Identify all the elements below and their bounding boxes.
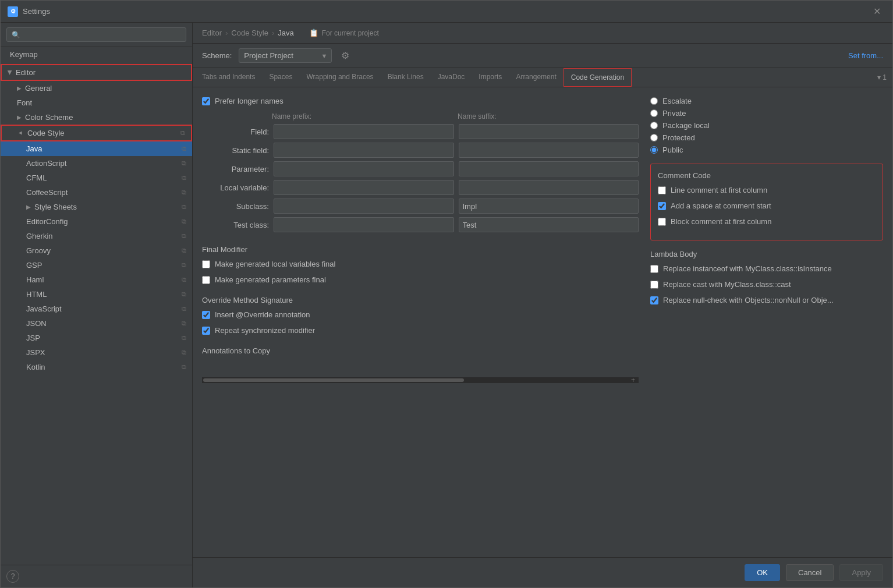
tab-imports[interactable]: Imports: [472, 68, 509, 87]
subclass-suffix-input[interactable]: [459, 199, 639, 214]
copy-icon-jsp: ⧉: [182, 334, 186, 342]
sidebar-item-general[interactable]: ▶ General: [1, 81, 192, 95]
sidebar-item-cfml[interactable]: CFML ⧉: [1, 171, 192, 185]
sidebar-item-java[interactable]: Java ⧉: [1, 141, 192, 156]
block-first-col-checkbox[interactable]: [658, 218, 666, 226]
actionscript-label: ActionScript: [26, 159, 178, 168]
cancel-button[interactable]: Cancel: [786, 564, 834, 581]
sidebar-item-code-style[interactable]: ▼ Code Style ⧉: [1, 125, 192, 141]
help-button[interactable]: ?: [6, 570, 19, 583]
tab-wrapping-braces[interactable]: Wrapping and Braces: [299, 68, 380, 87]
repeat-synchronized-label: Repeat synchronized modifier: [215, 326, 315, 335]
general-label: General: [25, 84, 186, 93]
field-label: Field:: [202, 127, 269, 136]
block-first-col-row: Block comment at first column: [658, 217, 876, 226]
apply-button[interactable]: Apply: [839, 564, 883, 581]
tab-code-generation[interactable]: Code Generation: [564, 68, 632, 87]
close-button[interactable]: ✕: [869, 3, 885, 19]
naming-row-field: Field:: [202, 124, 639, 139]
comment-code-title: Comment Code: [658, 171, 876, 180]
sidebar-item-haml[interactable]: Haml ⧉: [1, 272, 192, 287]
tab-tabs-indents[interactable]: Tabs and Indents: [195, 68, 262, 87]
sidebar-item-jsp[interactable]: JSP ⧉: [1, 331, 192, 345]
sidebar-item-kotlin[interactable]: Kotlin ⧉: [1, 360, 192, 374]
tab-blank-lines[interactable]: Blank Lines: [381, 68, 431, 87]
sidebar-item-javascript[interactable]: JavaScript ⧉: [1, 302, 192, 316]
sidebar-item-gherkin[interactable]: Gherkin ⧉: [1, 229, 192, 243]
sidebar-item-json[interactable]: JSON ⧉: [1, 316, 192, 331]
naming-headers: Name prefix: Name suffix:: [202, 112, 639, 121]
package-local-label: Package local: [662, 121, 710, 130]
override-method-title: Override Method Signature: [202, 296, 639, 304]
copy-icon-actionscript: ⧉: [182, 160, 186, 167]
field-prefix-input[interactable]: [274, 124, 454, 139]
scrollbar-plus[interactable]: +: [629, 376, 637, 384]
window-title: Settings: [23, 7, 869, 16]
escalate-label: Escalate: [662, 97, 692, 105]
sidebar-item-color-scheme[interactable]: ▶ Color Scheme: [1, 110, 192, 125]
sidebar-item-editorconfig[interactable]: EditorConfig ⧉: [1, 214, 192, 229]
repeat-synchronized-checkbox[interactable]: [202, 327, 210, 335]
package-local-radio[interactable]: [650, 122, 658, 129]
insert-override-row: Insert @Override annotation: [202, 310, 639, 319]
test-class-prefix-input[interactable]: [274, 217, 454, 232]
scheme-select[interactable]: Project Project Default: [239, 48, 332, 63]
make-params-final-checkbox[interactable]: [202, 276, 210, 284]
space-comment-row: Add a space at comment start: [658, 201, 876, 210]
ok-button[interactable]: OK: [745, 564, 780, 581]
sidebar-item-jspx[interactable]: JSPX ⧉: [1, 345, 192, 360]
local-variable-prefix-input[interactable]: [274, 180, 454, 195]
replace-null-check-checkbox[interactable]: [650, 296, 658, 304]
final-modifier-title: Final Modifier: [202, 245, 639, 254]
parameter-suffix-input[interactable]: [459, 161, 639, 176]
subclass-prefix-input[interactable]: [274, 199, 454, 214]
static-field-prefix-input[interactable]: [274, 143, 454, 158]
prefer-longer-names-checkbox[interactable]: [202, 97, 210, 105]
sidebar-bottom: ?: [1, 565, 192, 587]
tab-spaces[interactable]: Spaces: [262, 68, 299, 87]
sidebar-item-keymap[interactable]: Keymap: [1, 47, 192, 62]
style-sheets-label: Style Sheets: [34, 203, 178, 211]
arrow-code-style: ▼: [17, 130, 24, 136]
jsp-label: JSP: [26, 334, 178, 342]
sidebar-tree: ▶ Editor ▶ General Font ▶ Color Scheme: [1, 62, 192, 565]
parameter-prefix-input[interactable]: [274, 161, 454, 176]
escalate-radio[interactable]: [650, 97, 658, 105]
sidebar-item-actionscript[interactable]: ActionScript ⧉: [1, 156, 192, 171]
private-radio[interactable]: [650, 109, 658, 117]
test-class-suffix-input[interactable]: [459, 217, 639, 232]
scheme-select-wrapper: Project Project Default ▼: [239, 48, 332, 63]
sidebar-item-coffeescript[interactable]: CoffeeScript ⧉: [1, 185, 192, 200]
sidebar-item-html[interactable]: HTML ⧉: [1, 287, 192, 302]
protected-radio[interactable]: [650, 134, 658, 141]
local-variable-suffix-input[interactable]: [459, 180, 639, 195]
radio-package-local-row: Package local: [650, 121, 883, 130]
horizontal-scrollbar[interactable]: +: [202, 377, 639, 383]
jspx-label: JSPX: [26, 348, 178, 357]
set-from-link[interactable]: Set from...: [848, 51, 883, 60]
tab-overflow-button[interactable]: ▾ 1: [871, 69, 892, 86]
public-radio[interactable]: [650, 146, 658, 154]
tab-javadoc[interactable]: JavaDoc: [431, 68, 472, 87]
sidebar-item-groovy[interactable]: Groovy ⧉: [1, 243, 192, 258]
radio-protected-row: Protected: [650, 133, 883, 142]
tab-arrangement[interactable]: Arrangement: [509, 68, 563, 87]
make-local-final-checkbox[interactable]: [202, 260, 210, 268]
override-method-section: Override Method Signature Insert @Overri…: [202, 296, 639, 335]
replace-instanceof-checkbox[interactable]: [650, 265, 658, 273]
field-suffix-input[interactable]: [459, 124, 639, 139]
space-comment-checkbox[interactable]: [658, 202, 666, 210]
search-input[interactable]: [23, 30, 181, 39]
sidebar-item-gsp[interactable]: GSP ⧉: [1, 258, 192, 272]
sidebar-item-editor[interactable]: ▶ Editor: [1, 64, 192, 81]
replace-cast-checkbox[interactable]: [650, 281, 658, 289]
line-first-col-checkbox[interactable]: [658, 186, 666, 194]
sidebar-item-font[interactable]: Font: [1, 95, 192, 110]
static-field-suffix-input[interactable]: [459, 143, 639, 158]
sidebar-item-style-sheets[interactable]: ▶ Style Sheets ⧉: [1, 200, 192, 214]
gear-icon[interactable]: ⚙: [341, 50, 349, 61]
search-wrapper[interactable]: 🔍: [6, 27, 186, 42]
groovy-label: Groovy: [26, 246, 178, 255]
json-label: JSON: [26, 319, 178, 328]
insert-override-checkbox[interactable]: [202, 311, 210, 319]
